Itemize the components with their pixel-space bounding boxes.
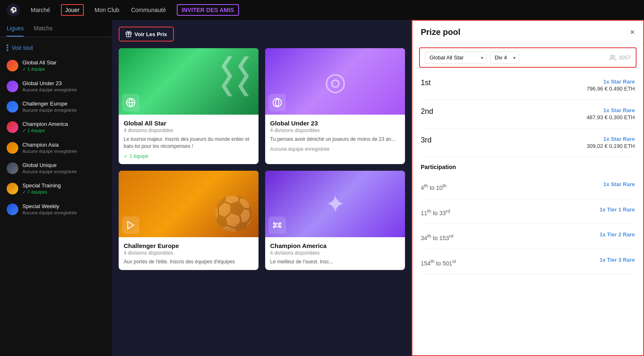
sidebar-item-name: Global Under 23 xyxy=(22,80,105,86)
prize-header: Prize pool × xyxy=(412,21,643,44)
sidebar-item-info: Global Under 23 Aucune équipe enregistré… xyxy=(22,80,105,92)
sidebar-item-info: Champion America ✓ 1 équipe xyxy=(22,121,105,133)
play-icon xyxy=(126,220,136,230)
prize-right-4-10: 1x Star Rare xyxy=(603,181,635,187)
sidebar-item-info: Global Unique Aucune équipe enregistrée xyxy=(22,162,105,174)
card-desc: Tu penses avoir déniché un joueurs de mo… xyxy=(270,136,400,143)
sidebar-item-global-under23[interactable]: Global Under 23 Aucune équipe enregistré… xyxy=(0,76,112,96)
nav-marche[interactable]: Marché xyxy=(30,5,51,15)
nav-jouer[interactable]: Jouer xyxy=(61,4,84,16)
prize-card-label-154-501: 1x Tier 3 Rare xyxy=(600,257,635,263)
sidebar-item-info: Special Training ✓ 7 équipes xyxy=(22,182,105,195)
prize-range-154-501: 154th to 501st xyxy=(421,257,471,267)
league-tabs: Ligues Matchs xyxy=(0,20,112,37)
participants-count: 3057 xyxy=(619,54,631,61)
tab-ligues[interactable]: Ligues xyxy=(7,25,24,37)
card-global-allstar[interactable]: ❮❮ ❮❮ Global All Star xyxy=(119,48,259,164)
card-global-under23[interactable]: ◎ Global Under 23 4 divisions disponible… xyxy=(265,48,405,164)
sidebar-see-all[interactable]: Voir tout xyxy=(0,40,112,55)
card-image-orange: ⚽ xyxy=(119,171,259,237)
card-champion-america[interactable]: ✦ Champion America xyxy=(265,171,405,270)
tab-matchs[interactable]: Matchs xyxy=(34,25,52,37)
prize-selects: Global All Star Global Under 23 Challeng… xyxy=(425,52,519,64)
svg-marker-5 xyxy=(128,221,134,229)
sidebar-item-challenger-europe[interactable]: Challenger Europe Aucune équipe enregist… xyxy=(0,96,112,117)
prize-right-3rd: 1x Star Rare 309,02 € 0,190 ETH xyxy=(587,136,635,149)
prize-rank-2nd: 2nd xyxy=(421,107,462,116)
participation-row-4-10: 4th to 10th 1x Star Rare xyxy=(421,174,635,199)
card-overlay-icon xyxy=(268,216,286,234)
prize-right-34-153: 1x Tier 2 Rare xyxy=(600,231,635,238)
league-icon-svg xyxy=(126,98,136,108)
users-icon xyxy=(610,54,616,61)
sidebar-item-sub: Aucune équipe enregistrée xyxy=(22,87,105,92)
card-body: Global Under 23 4 divisions disponibles … xyxy=(265,115,405,157)
prize-card-label-3rd: 1x Star Rare xyxy=(587,136,635,142)
sidebar-item-champion-asia[interactable]: Champion Asia Aucune équipe enregistrée xyxy=(0,137,112,158)
card-image-wrapper: ❮❮ ❮❮ xyxy=(119,48,259,115)
sidebar-item-sub: Aucune équipe enregistrée xyxy=(22,149,105,154)
card-subtitle: 4 divisions disponibles xyxy=(270,128,400,133)
prize-row-3rd: 3rd 1x Star Rare 309,02 € 0,190 ETH xyxy=(421,128,635,157)
prize-range-11-33: 11th to 33rd xyxy=(421,206,471,216)
global-unique-icon xyxy=(7,162,18,174)
card-body: Challenger Europe 4 divisions disponible… xyxy=(119,237,259,270)
prize-value-1st: 796,96 € 0,490 ETH xyxy=(587,86,635,92)
challenger-europe-icon xyxy=(7,101,18,113)
voir-les-prix-button[interactable]: Voir Les Prix xyxy=(119,27,174,42)
sidebar-item-global-unique[interactable]: Global Unique Aucune équipe enregistrée xyxy=(0,158,112,178)
nav-logo: ⚽ xyxy=(7,3,20,17)
global-allstar-icon xyxy=(7,60,18,71)
prize-count: 3057 xyxy=(610,54,631,61)
participation-row-34-153: 34th to 153rd 1x Tier 2 Rare xyxy=(421,224,635,249)
sidebar-item-sub: ✓ 1 équipe xyxy=(22,66,105,72)
cards-grid: ❮❮ ❮❮ Global All Star xyxy=(119,48,405,270)
svg-point-10 xyxy=(279,226,281,228)
card-desc: Aux portes de l'élite. Inscris des équip… xyxy=(124,258,254,265)
prize-card-label-2nd: 1x Star Rare xyxy=(587,107,635,113)
sidebar-item-global-allstar[interactable]: Global All Star ✓ 1 équipe xyxy=(0,55,112,76)
participation-header: Participation xyxy=(412,157,643,174)
nav-inviter[interactable]: INVITER DES AMIS xyxy=(177,4,239,16)
card-title: Challenger Europe xyxy=(124,242,254,249)
prize-right-2nd: 1x Star Rare 487,93 € 0,300 ETH xyxy=(587,107,635,120)
card-status-none: Aucune équipe enregistrée xyxy=(270,146,400,152)
sidebar-item-sub: Aucune équipe enregistrée xyxy=(22,108,105,113)
sidebar-item-name: Challenger Europe xyxy=(22,101,105,107)
participation-row-11-33: 11th to 33rd 1x Tier 1 Rare xyxy=(421,199,635,224)
card-image-purple2: ✦ xyxy=(265,171,405,237)
champion-america-icon xyxy=(7,121,18,133)
sidebar-item-champion-america[interactable]: Champion America ✓ 1 équipe xyxy=(0,117,112,137)
card-image-green: ❮❮ ❮❮ xyxy=(119,48,259,115)
sidebar-item-special-training[interactable]: Special Training ✓ 7 équipes xyxy=(0,178,112,199)
sidebar-item-sub: ✓ 1 équipe xyxy=(22,128,105,133)
card-title: Global Under 23 xyxy=(270,120,400,127)
nav-monclub[interactable]: Mon Club xyxy=(94,5,120,15)
card-challenger-europe[interactable]: ⚽ Challenger Europe 4 divisions disponib… xyxy=(119,171,259,270)
prize-rank-3rd: 3rd xyxy=(421,136,462,145)
see-all-label: Voir tout xyxy=(12,44,33,51)
prize-row-1st: 1st 1x Star Rare 796,96 € 0,490 ETH xyxy=(421,71,635,100)
navbar: ⚽ Marché Jouer Mon Club Communauté INVIT… xyxy=(0,0,644,20)
card-body: Champion America 4 divisions disponibles… xyxy=(265,237,405,270)
card-overlay-icon xyxy=(122,94,139,111)
div-select[interactable]: Div 1Div 2Div 3 Div 4 xyxy=(490,52,519,64)
prize-value-2nd: 487,93 € 0,300 ETH xyxy=(587,114,635,120)
card-image-wrapper: ◎ xyxy=(265,48,405,115)
prize-range-34-153: 34th to 153rd xyxy=(421,231,471,241)
league-select[interactable]: Global All Star Global Under 23 Challeng… xyxy=(425,52,487,64)
sidebar-item-name: Champion America xyxy=(22,121,105,127)
svg-point-9 xyxy=(273,226,275,228)
nav-communaute[interactable]: Communauté xyxy=(130,5,167,15)
prize-right-154-501: 1x Tier 3 Rare xyxy=(600,257,635,263)
prize-right-11-33: 1x Tier 1 Rare xyxy=(600,206,635,213)
gift-icon xyxy=(125,31,132,37)
prize-title: Prize pool xyxy=(421,27,461,37)
sidebar-item-info: Special Weekly Aucune équipe enregistrée xyxy=(22,203,105,215)
sidebar: Voir tout Global All Star ✓ 1 équipe Glo… xyxy=(0,37,112,223)
sidebar-item-special-weekly[interactable]: Special Weekly Aucune équipe enregistrée xyxy=(0,199,112,219)
prize-card-label-1st: 1x Star Rare xyxy=(587,79,635,85)
prize-row-2nd: 2nd 1x Star Rare 487,93 € 0,300 ETH xyxy=(421,100,635,128)
div-select-wrapper: Div 1Div 2Div 3 Div 4 xyxy=(490,52,519,64)
close-button[interactable]: × xyxy=(630,27,635,37)
